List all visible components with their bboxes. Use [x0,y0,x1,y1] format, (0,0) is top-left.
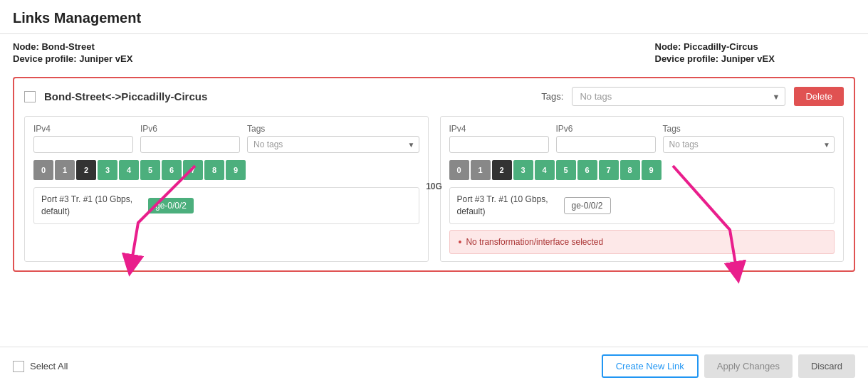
right-tags-mini-select[interactable]: No tags [663,136,835,153]
panels-row: IPv4 IPv6 Tags No tags [24,116,844,262]
right-slot-7[interactable]: 7 [599,160,619,180]
page-wrapper: Links Management Node: Bond-Street Devic… [0,0,868,385]
warning-box: • No transformation/interface selected [449,230,835,254]
select-all-label: Select All [30,361,68,371]
apply-changes-button[interactable]: Apply Changes [704,354,793,378]
right-tags-label: Tags [663,124,835,134]
link-card: Bond-Street<->Piccadilly-Circus Tags: No… [13,77,855,272]
footer-right: Create New Link Apply Changes Discard [602,354,855,378]
node-info-left: Node: Bond-Street Device profile: Junipe… [13,41,214,65]
link-card-checkbox[interactable] [24,91,36,102]
left-profile-name: Juniper vEX [79,53,132,64]
right-profile-label-text: Device profile: [655,53,721,64]
right-ipv6-input[interactable] [556,136,656,153]
right-slot-1[interactable]: 1 [471,160,491,180]
right-node-name: Piccadilly-Circus [684,41,758,52]
tags-select[interactable]: No tags [572,87,785,106]
left-ipv6-group: IPv6 [140,124,240,153]
left-port-desc: Port #3 Tr. #1 (10 Gbps, default) [41,194,141,218]
left-slot-9[interactable]: 9 [226,160,246,180]
warning-text: No transformation/interface selected [466,237,603,247]
left-profile-label: Device profile: Juniper vEX [13,53,214,64]
right-slot-9[interactable]: 9 [642,160,662,180]
right-slot-6[interactable]: 6 [577,160,597,180]
left-tags-group: Tags No tags ▼ [247,124,419,153]
left-ipv4-label: IPv4 [33,124,133,134]
right-panel-fields: IPv4 IPv6 Tags No tags [449,124,835,153]
right-profile-name: Juniper vEX [721,53,775,64]
left-slot-5[interactable]: 5 [140,160,160,180]
right-slot-5[interactable]: 5 [556,160,576,180]
left-node-label-text: Node: [13,41,41,52]
bandwidth-label: 10G [426,181,442,191]
right-slot-4[interactable]: 4 [535,160,555,180]
right-tags-mini-wrapper: No tags ▼ [663,136,835,153]
right-port-desc: Port #3 Tr. #1 (10 Gbps, default) [457,194,557,218]
right-port-badge[interactable]: ge-0/0/2 [564,197,611,214]
left-slot-4[interactable]: 4 [119,160,139,180]
right-ipv4-label: IPv4 [449,124,549,134]
right-node-label-text: Node: [655,41,684,52]
right-slots-row: 0 1 2 3 4 5 6 7 8 9 [449,160,835,180]
main-content: Bond-Street<->Piccadilly-Circus Tags: No… [0,71,868,347]
page-header: Links Management [0,0,868,34]
right-slot-2-selected[interactable]: 2 [492,160,512,180]
right-ipv6-group: IPv6 [556,124,656,153]
link-name: Bond-Street<->Piccadilly-Circus [44,90,207,102]
footer-left: Select All [13,361,68,372]
right-slot-8[interactable]: 8 [620,160,640,180]
left-slot-8[interactable]: 8 [204,160,224,180]
left-slot-0[interactable]: 0 [33,160,53,180]
right-port-info-row: Port #3 Tr. #1 (10 Gbps, default) ge-0/0… [449,187,835,224]
right-slot-3[interactable]: 3 [513,160,533,180]
left-node-label: Node: Bond-Street [13,41,214,52]
left-port-info-row: Port #3 Tr. #1 (10 Gbps, default) ge-0/0… [33,187,419,224]
select-all-checkbox[interactable] [13,361,24,372]
left-slot-2-selected[interactable]: 2 [76,160,96,180]
left-slot-3[interactable]: 3 [98,160,117,180]
left-tags-label: Tags [247,124,419,134]
page-footer: Select All Create New Link Apply Changes… [0,347,868,385]
right-tags-group: Tags No tags ▼ [663,124,835,153]
tags-label: Tags: [541,91,563,102]
left-tags-mini-select[interactable]: No tags [247,136,419,153]
left-ipv6-label: IPv6 [140,124,240,134]
left-port-badge: ge-0/0/2 [148,198,194,213]
discard-button[interactable]: Discard [798,354,855,378]
left-profile-label-text: Device profile: [13,53,79,64]
left-ipv4-input[interactable] [33,136,133,153]
right-ipv4-group: IPv4 [449,124,549,153]
left-node-name: Bond-Street [41,41,94,52]
left-tags-mini-wrapper: No tags ▼ [247,136,419,153]
warning-dot-icon: • [459,236,462,248]
node-info-right: Node: Piccadilly-Circus Device profile: … [214,41,856,65]
right-profile-label: Device profile: Juniper vEX [655,53,856,64]
left-slots-row: 0 1 2 3 4 5 6 7 8 9 [33,160,419,180]
left-slot-1[interactable]: 1 [55,160,75,180]
right-ipv6-label: IPv6 [556,124,656,134]
left-ipv4-group: IPv4 [33,124,133,153]
right-panel: IPv4 IPv6 Tags No tags [440,116,845,262]
node-info-row: Node: Bond-Street Device profile: Junipe… [0,34,868,71]
left-panel: IPv4 IPv6 Tags No tags [24,116,429,262]
page-title: Links Management [13,10,855,26]
create-new-link-button[interactable]: Create New Link [602,354,699,378]
left-slot-6[interactable]: 6 [162,160,182,180]
delete-button[interactable]: Delete [794,87,844,106]
left-slot-7[interactable]: 7 [183,160,203,180]
right-ipv4-input[interactable] [449,136,549,153]
right-node-label: Node: Piccadilly-Circus [655,41,856,52]
left-ipv6-input[interactable] [140,136,240,153]
tags-select-wrapper: No tags ▼ [572,87,785,106]
right-slot-0[interactable]: 0 [449,160,469,180]
link-card-header: Bond-Street<->Piccadilly-Circus Tags: No… [24,87,844,106]
left-panel-fields: IPv4 IPv6 Tags No tags [33,124,419,153]
